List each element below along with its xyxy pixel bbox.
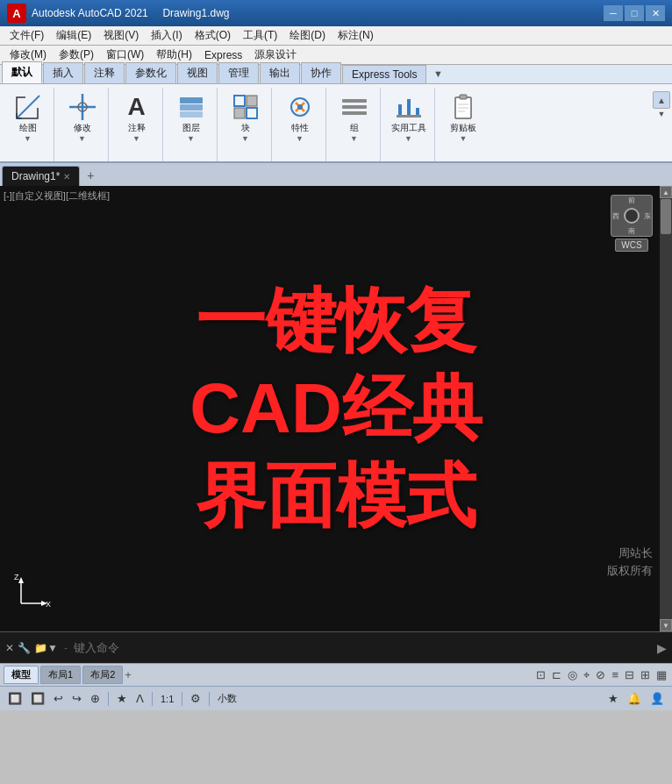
svg-line-0: [17, 96, 39, 118]
ribbon-btn-draw[interactable]: 绘图 ▼: [10, 89, 46, 145]
cmd-wrench-icon[interactable]: 🔧: [18, 642, 31, 654]
tab-annotate[interactable]: 注释: [84, 62, 125, 83]
ribbon-group-utilities: 实用工具 ▼: [382, 88, 435, 161]
ribbon-tabs: 默认 插入 注释 参数化 视图 管理 输出 协作 Express Tools ▼: [0, 65, 672, 84]
tray-icon-person[interactable]: Ʌ: [133, 691, 147, 706]
scrollbar-track[interactable]: [660, 198, 672, 619]
ribbon-collapse[interactable]: ▲ ▼: [653, 88, 670, 161]
tray-icon-3[interactable]: ↩: [51, 691, 66, 706]
menu-format[interactable]: 格式(O): [189, 26, 237, 45]
layers-label: 图层: [182, 123, 200, 133]
tray-icon-right-3[interactable]: 👤: [647, 691, 667, 706]
tab-parametric[interactable]: 参数化: [125, 62, 176, 83]
menu-draw[interactable]: 绘图(D): [283, 26, 332, 45]
status-icon-snap[interactable]: ⊏: [550, 667, 563, 682]
wcs-label[interactable]: WCS: [615, 239, 647, 252]
ribbon-group-modify-items: 修改 ▼: [64, 89, 101, 161]
status-icon-otrack[interactable]: ⊘: [594, 667, 607, 682]
tab-insert[interactable]: 插入: [43, 62, 83, 83]
new-tab-button[interactable]: +: [82, 167, 99, 184]
status-icon-ucs[interactable]: ≡: [610, 667, 620, 682]
tab-collaborate[interactable]: 协作: [301, 62, 341, 83]
ribbon-mode-btn[interactable]: ▼: [653, 110, 670, 118]
tray-icon-location[interactable]: ⊕: [88, 691, 103, 706]
tray-scale[interactable]: 1:1: [158, 693, 176, 705]
status-icon-osnap[interactable]: ⌖: [582, 667, 591, 683]
ribbon-btn-utilities[interactable]: 实用工具 ▼: [389, 89, 429, 145]
layout2-tab[interactable]: 布局2: [82, 666, 123, 684]
tray-icon-1[interactable]: 🔲: [5, 691, 25, 706]
menu-annotate[interactable]: 标注(N): [332, 26, 380, 45]
block-expand[interactable]: ▼: [241, 134, 249, 143]
status-icon-dyn[interactable]: ⊟: [623, 667, 636, 682]
command-input[interactable]: [74, 641, 654, 654]
ribbon-btn-block[interactable]: 块 ▼: [227, 89, 264, 145]
tab-output[interactable]: 输出: [260, 62, 300, 83]
menu-tools[interactable]: 工具(T): [237, 26, 283, 45]
menu-help[interactable]: 帮助(H): [150, 46, 198, 64]
menu-file[interactable]: 文件(F): [4, 26, 50, 45]
title-bar-left: A Autodesk AutoCAD 2021 Drawing1.dwg: [7, 4, 229, 23]
ribbon-btn-properties[interactable]: 特性 ▼: [282, 89, 318, 145]
layers-expand[interactable]: ▼: [187, 134, 195, 143]
drawing-tabs: Drawing1* ✕ +: [0, 163, 672, 186]
properties-icon: [284, 91, 316, 123]
minimize-button[interactable]: ─: [604, 5, 623, 21]
modify-expand[interactable]: ▼: [78, 134, 86, 143]
cmd-folder-icon[interactable]: 📁▼: [34, 642, 58, 654]
status-icon-grid[interactable]: ⊡: [534, 667, 547, 682]
drawing-tab-close[interactable]: ✕: [63, 172, 70, 182]
ribbon-btn-groups[interactable]: 组 ▼: [336, 89, 373, 145]
tray-icon-right-2[interactable]: 🔔: [625, 691, 644, 706]
properties-expand[interactable]: ▼: [296, 134, 304, 143]
copyright-line1: 周站长: [607, 545, 653, 562]
ribbon-btn-clipboard[interactable]: 剪贴板 ▼: [445, 89, 482, 145]
tab-manage[interactable]: 管理: [218, 62, 259, 83]
ribbon-group-properties-items: 特性 ▼: [282, 89, 318, 161]
compass-labels: 前 南 西 东: [611, 196, 652, 236]
tab-default[interactable]: 默认: [2, 61, 42, 83]
text-line-1: 一键恢复: [189, 277, 482, 365]
ribbon-btn-modify[interactable]: 修改 ▼: [64, 89, 101, 145]
restore-button[interactable]: □: [625, 5, 644, 21]
scrollbar-thumb[interactable]: [661, 199, 671, 234]
tray-icon-right-1[interactable]: ★: [605, 691, 621, 706]
tab-view[interactable]: 视图: [177, 62, 218, 83]
cmd-close-icon[interactable]: ✕: [5, 642, 14, 654]
menu-insert[interactable]: 插入(I): [145, 26, 188, 45]
menu-edit[interactable]: 编辑(E): [50, 26, 97, 45]
menu-params[interactable]: 参数(P): [53, 46, 100, 64]
menu-express[interactable]: Express: [198, 47, 248, 63]
scrollbar-down[interactable]: ▼: [660, 619, 672, 631]
status-icon-tmodel[interactable]: ▦: [654, 667, 668, 682]
scrollbar-up[interactable]: ▲: [660, 186, 672, 198]
ribbon-group-groups-items: 组 ▼: [336, 89, 373, 161]
ribbon-tab-overflow[interactable]: ▼: [427, 65, 448, 82]
close-button[interactable]: ✕: [646, 5, 665, 21]
ribbon-btn-annotate[interactable]: A 注释 ▼: [118, 89, 155, 145]
collapse-icon[interactable]: ▲: [653, 91, 670, 109]
tray-icon-gear[interactable]: ⚙: [188, 691, 204, 706]
utilities-expand[interactable]: ▼: [404, 134, 412, 143]
draw-expand[interactable]: ▼: [24, 134, 32, 143]
menu-window[interactable]: 窗口(W): [100, 46, 150, 64]
groups-expand[interactable]: ▼: [350, 134, 358, 143]
menu-view[interactable]: 视图(V): [97, 26, 145, 45]
tray-icon-star[interactable]: ★: [114, 691, 130, 706]
ribbon-btn-layers[interactable]: 图层 ▼: [173, 89, 210, 145]
annotate-expand[interactable]: ▼: [132, 134, 140, 143]
clipboard-expand[interactable]: ▼: [460, 134, 468, 143]
model-tab[interactable]: 模型: [4, 666, 39, 684]
new-layout-button[interactable]: +: [125, 668, 132, 681]
viewport-label: [-][自定义视图][二维线框]: [4, 189, 110, 203]
menu-yuanquan[interactable]: 源泉设计: [248, 46, 303, 64]
cmd-arrow-icon: ▶: [657, 641, 667, 655]
drawing-tab-drawing1[interactable]: Drawing1* ✕: [2, 166, 80, 186]
status-icon-lw[interactable]: ⊞: [639, 667, 652, 682]
tray-icon-4[interactable]: ↪: [69, 691, 84, 706]
status-icon-polar[interactable]: ◎: [566, 667, 579, 682]
layout1-tab[interactable]: 布局1: [40, 666, 81, 684]
svg-rect-21: [416, 108, 419, 115]
tray-icon-2[interactable]: 🔲: [28, 691, 47, 706]
tab-express-tools[interactable]: Express Tools: [342, 65, 426, 83]
